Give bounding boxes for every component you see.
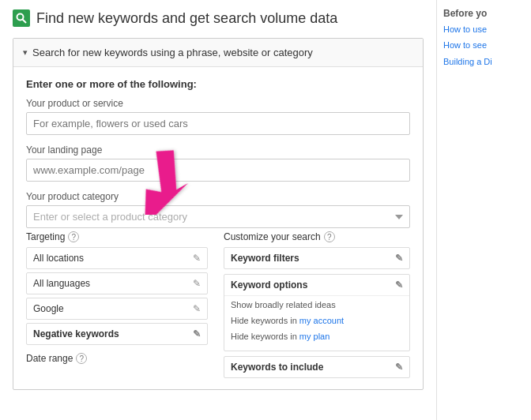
targeting-help-icon[interactable]: ? — [68, 231, 79, 242]
targeting-locations-label: All locations — [33, 253, 84, 264]
sidebar-link-building[interactable]: Building a Di — [443, 56, 525, 68]
edit-keyword-options-icon[interactable]: ✎ — [395, 279, 403, 291]
sidebar-before-label: Before yo — [443, 8, 525, 19]
targeting-item-google[interactable]: Google ✎ — [26, 298, 208, 320]
ko-option-2: Hide keywords in my account — [231, 313, 403, 329]
my-plan-link[interactable]: my plan — [299, 332, 330, 341]
keyword-options-header[interactable]: Keyword options ✎ — [224, 275, 409, 295]
collapsible-header-label: Search for new keywords using a phrase, … — [32, 47, 313, 58]
date-range-row: Date range ? — [26, 353, 208, 364]
edit-locations-icon[interactable]: ✎ — [193, 253, 201, 264]
targeting-title: Targeting ? — [26, 231, 208, 242]
date-range-label: Date range — [26, 353, 73, 364]
keyword-options-box: Keyword options ✎ Show broadly related i… — [224, 274, 410, 351]
sidebar-link-how-see[interactable]: How to see — [443, 39, 525, 51]
targeting-item-negative-keywords[interactable]: Negative keywords ✎ — [26, 323, 208, 345]
edit-keywords-include-icon[interactable]: ✎ — [395, 362, 403, 373]
edit-negative-keywords-icon[interactable]: ✎ — [193, 328, 201, 339]
sidebar: Before yo How to use How to see Building… — [436, 0, 531, 420]
collapsible-header[interactable]: ▾ Search for new keywords using a phrase… — [13, 39, 423, 66]
customize-title: Customize your search ? — [224, 231, 410, 242]
category-select[interactable]: Enter or select a product category — [26, 205, 410, 228]
edit-languages-icon[interactable]: ✎ — [193, 278, 201, 289]
collapsible-section: ▾ Search for new keywords using a phrase… — [13, 38, 424, 390]
svg-line-1 — [23, 20, 27, 24]
collapsible-body: Enter one or more of the following: Your… — [13, 66, 423, 389]
keywords-to-include-header[interactable]: Keywords to include ✎ — [224, 356, 410, 378]
targeting-column: Targeting ? All locations ✎ All language… — [26, 231, 208, 378]
page-title-row: Find new keywords and get search volume … — [13, 9, 424, 27]
targeting-item-languages[interactable]: All languages ✎ — [26, 272, 208, 294]
targeting-item-locations[interactable]: All locations ✎ — [26, 247, 208, 269]
edit-google-icon[interactable]: ✎ — [193, 303, 201, 314]
category-label: Your product category — [26, 191, 410, 202]
svg-point-0 — [17, 14, 24, 21]
keywords-to-include-label: Keywords to include — [231, 362, 323, 373]
page-title: Find new keywords and get search volume … — [36, 10, 337, 27]
keyword-options-body: Show broadly related ideas Hide keywords… — [224, 295, 409, 351]
search-icon — [13, 9, 30, 27]
form-section-label: Enter one or more of the following: — [26, 78, 410, 90]
edit-keyword-filters-icon[interactable]: ✎ — [395, 253, 403, 264]
collapse-arrow-icon: ▾ — [23, 47, 28, 58]
sidebar-link-how-use[interactable]: How to use — [443, 24, 525, 36]
targeting-negative-keywords-label: Negative keywords — [33, 328, 119, 339]
landing-label: Your landing page — [26, 144, 410, 156]
targeting-languages-label: All languages — [33, 278, 90, 289]
ko-option-3: Hide keywords in my plan — [231, 329, 403, 345]
keyword-options-label: Keyword options — [231, 279, 307, 291]
date-range-help-icon[interactable]: ? — [76, 353, 87, 364]
product-input[interactable] — [26, 112, 410, 135]
keyword-filters-box: Keyword filters ✎ — [224, 247, 410, 269]
keyword-filters-header[interactable]: Keyword filters ✎ — [224, 248, 409, 268]
targeting-google-label: Google — [33, 303, 64, 314]
my-account-link[interactable]: my account — [299, 316, 344, 325]
keyword-filters-label: Keyword filters — [231, 253, 299, 264]
product-label: Your product or service — [26, 98, 410, 109]
two-col-layout: Targeting ? All locations ✎ All language… — [26, 231, 410, 378]
customize-column: Customize your search ? Keyword filters … — [224, 231, 410, 378]
customize-help-icon[interactable]: ? — [324, 231, 335, 242]
landing-input[interactable] — [26, 159, 410, 182]
ko-option-1: Show broadly related ideas — [231, 298, 403, 313]
